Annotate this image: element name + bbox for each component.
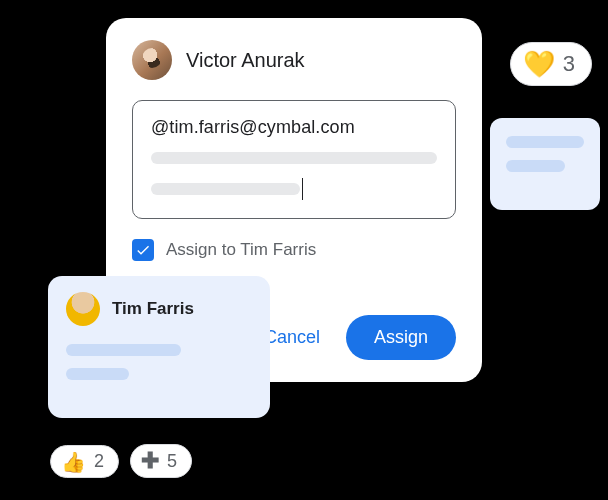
- reply-author-name: Tim Farris: [112, 299, 194, 319]
- placeholder-line: [506, 136, 584, 148]
- placeholder-line: [66, 344, 181, 356]
- reaction-count: 2: [94, 451, 104, 472]
- thumbs-up-icon: 👍: [61, 452, 86, 472]
- heart-icon: 💛: [523, 51, 555, 77]
- check-icon: [135, 242, 151, 258]
- reaction-add[interactable]: ✚ 5: [130, 444, 192, 478]
- reply-card: Tim Farris: [48, 276, 270, 418]
- text-caret: [302, 178, 304, 200]
- placeholder-line: [151, 183, 300, 195]
- assign-button[interactable]: Assign: [346, 315, 456, 360]
- reaction-count: 5: [167, 451, 177, 472]
- mention-text: @tim.farris@cymbal.com: [151, 117, 437, 138]
- reaction-thumbs-up[interactable]: 👍 2: [50, 445, 119, 478]
- reply-avatar: [66, 292, 100, 326]
- placeholder-line: [66, 368, 129, 380]
- author-name: Victor Anurak: [186, 49, 305, 72]
- placeholder-line: [506, 160, 565, 172]
- comment-author-row: Victor Anurak: [132, 40, 456, 80]
- comment-input[interactable]: @tim.farris@cymbal.com: [132, 100, 456, 219]
- placeholder-line: [151, 152, 437, 164]
- assign-checkbox[interactable]: [132, 239, 154, 261]
- plus-icon: ✚: [141, 450, 159, 472]
- assign-label: Assign to Tim Farris: [166, 240, 316, 260]
- reaction-heart[interactable]: 💛 3: [510, 42, 592, 86]
- background-comment-card: [490, 118, 600, 210]
- reaction-count: 3: [563, 51, 575, 77]
- assign-to-row[interactable]: Assign to Tim Farris: [132, 239, 456, 261]
- author-avatar: [132, 40, 172, 80]
